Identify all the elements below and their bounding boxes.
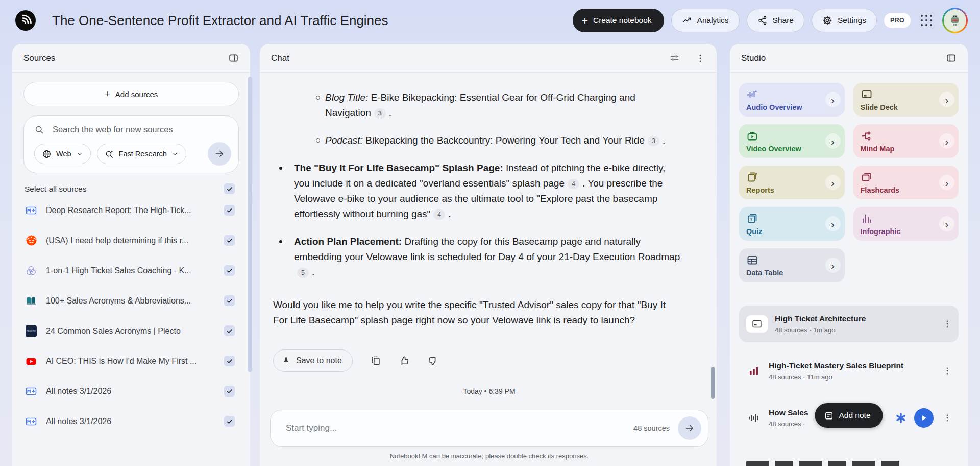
tool-card-data-table[interactable]: Data Table ›	[739, 248, 845, 282]
chevron-right-icon[interactable]: ›	[825, 133, 841, 149]
submit-search-button[interactable]	[208, 142, 231, 166]
apps-grid-icon[interactable]	[921, 15, 932, 26]
web-chip-label: Web	[56, 150, 71, 158]
note-item[interactable]: High-Ticket Mastery Sales Blueprint 48 s…	[739, 353, 959, 389]
note-more-menu-icon[interactable]	[940, 366, 954, 376]
audio-waveform-icon	[746, 412, 762, 424]
interactive-mode-scribble-icon[interactable]	[894, 411, 908, 425]
add-note-button[interactable]: Add note	[815, 403, 883, 428]
add-sources-button[interactable]: + Add sources	[23, 82, 239, 106]
tool-card-audio-overview[interactable]: Audio Overview ›	[739, 83, 845, 116]
tool-card-reports[interactable]: Reports ›	[739, 166, 845, 199]
tool-label: Mind Map	[861, 145, 952, 153]
collapse-panel-icon[interactable]	[228, 53, 239, 63]
chevron-right-icon[interactable]: ›	[939, 175, 954, 190]
chat-more-menu-icon[interactable]	[695, 53, 705, 63]
notebooklm-logo-icon[interactable]	[15, 10, 36, 31]
tool-card-video-overview[interactable]: Video Overview ›	[739, 124, 845, 158]
create-notebook-button[interactable]: + Create notebook	[573, 9, 664, 32]
chat-timestamp: Today • 6:39 PM	[270, 387, 708, 395]
research-mode-dropdown[interactable]: Fast Research	[97, 144, 186, 164]
studio-tools-grid: Audio Overview › Slide Deck › Video Over…	[739, 83, 959, 282]
chevron-right-icon[interactable]: ›	[825, 258, 841, 273]
select-all-checkbox[interactable]	[224, 183, 235, 194]
citation-badge[interactable]: 4	[568, 179, 579, 189]
disclaimer-text: NotebookLM can be inaccurate; please dou…	[270, 452, 708, 460]
note-more-menu-icon[interactable]	[940, 319, 954, 329]
analytics-button[interactable]: Analytics	[671, 9, 740, 32]
source-row[interactable]: All notes 3/1/2026	[23, 406, 239, 436]
chevron-right-icon[interactable]: ›	[825, 175, 841, 190]
citation-badge[interactable]: 4	[433, 209, 445, 220]
share-button[interactable]: Share	[747, 9, 804, 32]
chat-bullet: The "Buy It For Life Basecamp" Splash Pa…	[279, 160, 681, 222]
source-checkbox[interactable]	[224, 386, 235, 397]
chevron-down-icon	[76, 150, 83, 157]
search-web-input[interactable]	[52, 124, 231, 135]
source-row[interactable]: 100+ Sales Acronyms & Abbreviations...	[23, 286, 239, 316]
note-more-menu-icon[interactable]	[940, 413, 954, 423]
source-title: Deep Research Report: The High-Tick...	[46, 206, 216, 215]
tool-card-flashcards[interactable]: Flashcards ›	[853, 166, 959, 199]
bullet-period: .	[312, 267, 314, 277]
source-checkbox[interactable]	[224, 416, 235, 427]
source-checkbox[interactable]	[224, 265, 235, 276]
chat-input[interactable]	[285, 423, 625, 434]
tool-card-mind-map[interactable]: Mind Map ›	[853, 124, 959, 158]
source-row[interactable]: PLECTO 24 Common Sales Acronyms | Plecto	[23, 316, 239, 346]
chevron-right-icon[interactable]: ›	[825, 216, 841, 231]
add-sources-label: Add sources	[115, 90, 158, 99]
expand-panel-icon[interactable]	[946, 53, 957, 63]
chevron-right-icon[interactable]: ›	[939, 133, 954, 149]
chat-header: Chat	[260, 44, 717, 73]
chevron-right-icon[interactable]: ›	[939, 216, 954, 231]
citation-badge[interactable]: 3	[648, 136, 659, 146]
source-title: AI CEO: THIS is How I'd Make My First ..…	[46, 357, 216, 366]
user-avatar[interactable]	[942, 8, 968, 33]
chat-settings-sliders-icon[interactable]	[669, 53, 680, 63]
note-add-icon	[824, 411, 834, 421]
thumbs-up-icon[interactable]	[399, 355, 410, 366]
send-message-button[interactable]	[678, 416, 701, 440]
reddit-icon	[24, 235, 38, 246]
source-checkbox[interactable]	[224, 235, 235, 246]
play-audio-button[interactable]	[914, 408, 934, 428]
thumbs-down-icon[interactable]	[427, 355, 438, 366]
source-row[interactable]: All notes 3/1/2026	[23, 376, 239, 406]
note-item[interactable]: High Ticket Architecture 48 sources · 1m…	[739, 306, 959, 342]
chat-input-bar: 48 sources	[270, 410, 708, 447]
tool-card-quiz[interactable]: ? Quiz ›	[739, 207, 845, 241]
chevron-right-icon[interactable]: ›	[939, 92, 954, 107]
chevron-right-icon[interactable]: ›	[825, 92, 841, 107]
source-checkbox[interactable]	[224, 356, 235, 366]
source-row[interactable]: 1-on-1 High Ticket Sales Coaching - K...	[23, 255, 239, 286]
web-source-dropdown[interactable]: Web	[34, 144, 91, 164]
chat-bullet: Action Plan Placement: Drafting the copy…	[279, 234, 681, 280]
sub-bullet-period: .	[389, 107, 391, 118]
tool-card-infographic[interactable]: Infographic ›	[853, 207, 959, 241]
source-checkbox[interactable]	[224, 205, 235, 216]
save-to-note-button[interactable]: Save to note	[273, 350, 353, 372]
source-row[interactable]: AI CEO: THIS is How I'd Make My First ..…	[23, 346, 239, 376]
note-meta: 48 sources · 11m ago	[769, 373, 903, 381]
chat-scrollbar[interactable]	[711, 367, 715, 399]
source-checkbox[interactable]	[224, 325, 235, 336]
sources-scrollbar[interactable]	[248, 77, 252, 372]
copy-icon[interactable]	[370, 355, 381, 366]
note-item-partially-visible[interactable]	[739, 458, 959, 466]
tool-label: Reports	[746, 186, 838, 194]
source-row[interactable]: Deep Research Report: The High-Tick...	[23, 195, 239, 225]
notebook-title[interactable]: The One-Sentence Profit Extractor and AI…	[52, 13, 388, 29]
source-row[interactable]: (USA) I need help determining if this r.…	[23, 225, 239, 255]
source-checkbox[interactable]	[224, 295, 235, 306]
settings-button[interactable]: Settings	[812, 9, 877, 32]
pin-icon	[281, 356, 291, 366]
add-note-label: Add note	[839, 411, 870, 420]
sub-bullet-label: Blog Title:	[325, 92, 368, 103]
research-chip-label: Fast Research	[119, 150, 167, 158]
tool-card-slide-deck[interactable]: Slide Deck ›	[853, 83, 959, 116]
research-sparkle-icon	[105, 149, 114, 159]
citation-badge[interactable]: 3	[374, 108, 386, 119]
citation-badge[interactable]: 5	[297, 268, 309, 278]
flashcards-icon	[861, 171, 952, 184]
